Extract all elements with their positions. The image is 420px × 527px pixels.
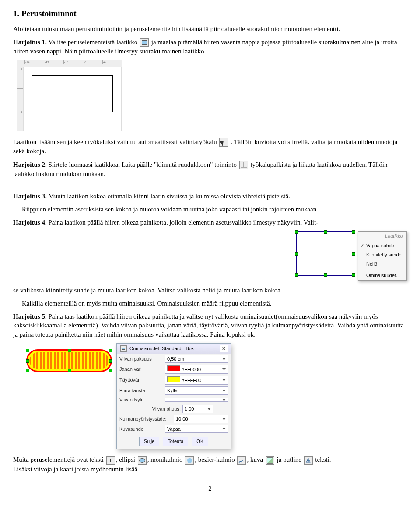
selected-box [296,231,354,276]
field-line-color[interactable]: #FF0000 [165,365,228,374]
chevron-down-icon [222,428,226,430]
resize-handle-icon [324,273,327,277]
drawing-canvas [23,67,122,131]
intro-paragraph: Aloitetaan tutustumaan perustoimintoihin… [13,25,407,33]
rectangle-tool-icon [140,38,149,47]
color-swatch-icon [167,365,180,371]
after-figure-1-text: Laatikon lisäämisen jälkeen työkaluksi v… [13,137,407,156]
chevron-down-icon [222,399,226,401]
chevron-down-icon [222,418,226,420]
text-span: , monikulmio [147,456,185,463]
color-swatch-icon [167,376,180,382]
exercise-2-label: Harjoitus 2. [13,161,47,168]
dialog-icon [120,345,127,352]
last-paragraph: Muita peruselementtejä ovat teksti , ell… [13,455,407,474]
ruler-tick: -6 [102,60,122,64]
ruler-tick: 0 [17,88,23,110]
label-line-style: Viivan tyyli [119,397,163,403]
resize-handle-icon [295,252,298,256]
page-number: 2 [13,484,407,493]
field-draw-bg[interactable]: Kyllä [165,386,228,395]
label-fill-color: Täyttöväri [119,377,163,383]
dialog-titlebar: Ominaisuudet: Standard - Box ✕ [117,344,231,354]
close-icon[interactable]: ✕ [220,345,228,352]
label-line-color: Janan väri [119,366,163,372]
field-line-style[interactable] [165,398,228,402]
text-span: Muita peruselementtejä ovat [13,456,88,463]
exercise-1: Harjoitus 1. Valitse peruselementeistä l… [13,38,407,56]
text-span: , bezier-kulmio [195,456,236,463]
menu-item-free-ratio[interactable]: Vapaa suhde [358,241,406,250]
resize-handle-icon [109,359,112,363]
text-span: , kuva [247,456,264,463]
image-tool-icon [266,456,274,465]
exercise-1-label: Harjoitus 1. [13,39,47,46]
menu-item-fixed-ratio[interactable]: Kiinnitetty suhde [358,250,406,260]
text-span: Siirtele luomaasi laatikkoa. Laita pääll… [48,161,236,168]
paragraph-kaikilla: Kaikilla elementeillä on myös muita omin… [22,299,407,308]
ruler-tick: -8 [83,60,102,64]
vertical-ruler: 2 0 -2 [17,67,23,131]
menu-separator [358,270,406,270]
figure-ruler-rectangle: -14 -12 -10 -8 -6 2 0 -2 [17,60,122,131]
text-tool-icon [106,456,115,465]
section-heading: 1. Perustoiminnot [13,8,407,19]
context-menu: Laatikko Vapaa suhde Kiinnitetty suhde N… [358,231,407,280]
resize-handle-icon [68,369,71,372]
chevron-down-icon [222,379,226,381]
chevron-down-icon [222,358,226,360]
label-corner-radius: Kulmanpyöristyssäde: [119,416,172,422]
menu-item-square[interactable]: Neliö [358,260,406,269]
exercise-5-label: Harjoitus 5. [13,313,47,320]
exercise-3-paragraph-2: Riippuen elementin asetuksista sen kokoa… [22,205,407,214]
shape-fill-pattern [29,352,109,369]
ruler-tick: -2 [17,110,23,131]
polygon-tool-icon [185,456,194,465]
field-line-width[interactable]: 0,50 cm [165,355,228,363]
exercise-2: Harjoitus 2. Siirtele luomaasi laatikkoa… [13,160,407,179]
menu-item-properties[interactable]: Ominaisuudet... [358,271,406,280]
field-line-length[interactable]: 1,00 [182,405,213,413]
figure-selected-box-context-menu: Laatikko Vapaa suhde Kiinnitetty suhde N… [293,231,407,280]
field-corner-radius[interactable]: 10,00 [174,415,228,423]
ok-button[interactable]: OK [192,437,208,446]
text-span: teksti [88,456,105,463]
field-aspect-ratio[interactable]: Vapaa [165,425,228,433]
bezier-tool-icon [237,456,246,465]
rounded-rectangle-shape [26,349,112,372]
ruler-tick: -14 [24,60,44,64]
text-span: Lisäksi viivoja ja kaari joista myöhemmi… [13,466,139,473]
resize-handle-icon [352,273,355,277]
resize-handle-icon [26,349,29,352]
text-span: Laatikon lisäämisen jälkeen työkaluksi v… [13,138,218,145]
label-aspect-ratio: Kuvasuhde [119,426,163,432]
exercise-4: Harjoitus 4. Paina laatikon päällä hiire… [13,218,407,227]
label-line-length: Viivan pituus: [119,406,181,412]
text-span: Paina laatikon päällä hiiren oikeaa pain… [48,219,318,226]
apply-button[interactable]: Toteuta [163,437,188,446]
text-span: Paina taas laatikon päällä hiiren oikeaa… [13,313,404,338]
label-line-width: Viivan paksuus [119,356,163,362]
field-fill-color[interactable]: #FFFF00 [165,376,228,385]
resize-handle-icon [68,349,71,352]
selection-tool-icon [219,138,228,147]
chevron-down-icon [207,408,211,410]
after-figure-2-text: se valikosta kiinnitetty suhde ja muuta … [13,286,407,295]
chevron-down-icon [222,390,226,392]
exercise-5: Harjoitus 5. Paina taas laatikon päällä … [13,312,407,339]
resize-handle-icon [295,230,298,234]
figure-properties-dialog: Ominaisuudet: Standard - Box ✕ Viivan pa… [13,343,407,449]
resize-handle-icon [295,273,298,277]
label-draw-bg: Piirrä tausta [119,387,163,394]
close-button[interactable]: Sulje [139,437,159,446]
properties-dialog: Ominaisuudet: Standard - Box ✕ Viivan pa… [116,343,231,449]
ellipse-tool-icon [138,456,147,465]
drawn-rectangle [32,75,113,112]
exercise-4-label: Harjoitus 4. [13,219,47,226]
horizontal-ruler: -14 -12 -10 -8 -6 [17,60,122,67]
exercise-1-text-before: Valitse peruselementeistä laatikko [48,39,137,46]
resize-handle-icon [352,230,355,234]
dialog-title: Ominaisuudet: Standard - Box [130,345,194,352]
exercise-3: Harjoitus 3. Muuta laatikon kokoa ottama… [13,192,407,200]
context-menu-title: Laatikko [358,232,406,241]
